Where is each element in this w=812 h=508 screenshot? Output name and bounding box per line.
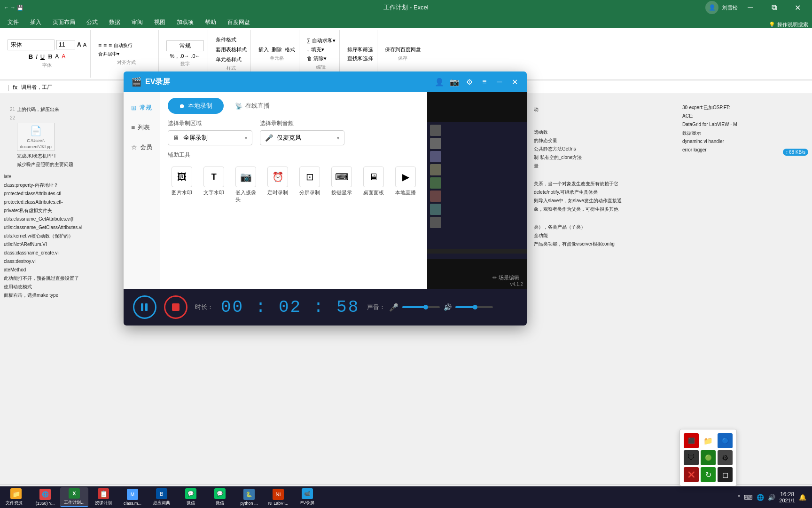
cell-text[interactable]: DataGrid for LabVIEW - M xyxy=(682,121,737,128)
taskbar-item-labview[interactable]: NI NI LabVI... xyxy=(264,487,292,507)
ev-scene-edit-button[interactable]: ✏ 场景编辑 xyxy=(492,274,519,281)
tray-icon-3[interactable]: 🔵 xyxy=(718,433,733,448)
ev-aux-watermark-text[interactable]: T 文字水印 xyxy=(200,163,228,207)
ev-settings-icon[interactable]: ⚙ xyxy=(465,77,474,87)
tray-clock[interactable]: 16:28 2021/1 xyxy=(779,491,795,503)
cell-text[interactable]: 制 私有空的_clone方法 xyxy=(534,154,582,161)
cell-text[interactable]: 完成JKI状态机PPT xyxy=(17,152,56,159)
ev-audio-slider[interactable] xyxy=(402,306,440,308)
ribbon-tab-layout[interactable]: 页面布局 xyxy=(47,16,81,28)
clear-button[interactable]: 🗑 清除▾ xyxy=(307,55,336,62)
wrap-text-button[interactable]: 自动换行 xyxy=(114,42,133,49)
delete-cells-button[interactable]: 删除 xyxy=(272,46,282,53)
ev-close-button[interactable]: ✕ xyxy=(510,77,519,87)
increase-decimal-button[interactable]: .0→ xyxy=(180,53,189,59)
cell-styles-button[interactable]: 单元格样式 xyxy=(216,56,247,63)
cell-text[interactable]: ateMethod xyxy=(4,266,26,273)
cell-text[interactable]: 类），各类产品（子类） xyxy=(534,223,586,230)
ev-minimize-button[interactable]: ─ xyxy=(495,77,504,87)
cell-text[interactable]: 此功能打不开，预备跳过直接设置了 xyxy=(4,275,79,282)
taskbar-item-browser[interactable]: 🌐 (1358) Y... xyxy=(31,487,59,507)
autosum-button[interactable]: ∑ 自动求和▾ xyxy=(307,37,336,44)
cell-text[interactable]: utils:kernel.vi核心函数（保护的） xyxy=(4,232,73,239)
taskbar-item-ev[interactable]: 📹 EV录屏 xyxy=(293,487,321,507)
fill-button[interactable]: ↓ 填充▾ xyxy=(307,46,336,53)
tray-expand-button[interactable]: ^ xyxy=(738,494,741,500)
cell-text[interactable]: 公共静态方法GetIns xyxy=(534,145,576,152)
search-label[interactable]: 操作说明搜索 xyxy=(777,21,808,28)
cell-text[interactable]: class:property-内存地址？ xyxy=(4,182,58,189)
tray-icon-4[interactable]: 🛡 xyxy=(684,450,699,465)
cell-text[interactable]: protected:classAttributes.ctl- xyxy=(4,198,63,206)
cell-text[interactable]: utils:NotARefNum.VI xyxy=(4,241,47,248)
cell-text[interactable]: 的静态变量 xyxy=(534,137,557,144)
cell-text[interactable]: 数据显示 xyxy=(682,129,701,136)
taskbar-item-excel[interactable]: X 工作计划... xyxy=(60,487,88,507)
sort-filter-button[interactable]: 排序和筛选 xyxy=(347,46,373,53)
conditional-format-button[interactable]: 条件格式 xyxy=(216,36,247,43)
merge-center-button[interactable]: 合并居中▾ xyxy=(98,51,119,57)
comma-button[interactable]: , xyxy=(176,53,178,59)
cell-text[interactable]: 30-expert:已加OSP.FT: xyxy=(682,104,730,111)
font-grow-button[interactable]: A xyxy=(77,41,81,48)
ev-record-area-select[interactable]: 🖥 全屏录制 ▾ xyxy=(168,130,252,145)
tray-notification-icon[interactable]: 🔔 xyxy=(799,494,806,501)
ev-aux-local-live[interactable]: ▶ 本地直播 xyxy=(391,163,420,207)
tray-icon-6[interactable]: ⚙ xyxy=(718,450,733,465)
cell-text[interactable]: 量 xyxy=(534,162,539,169)
ribbon-tab-view[interactable]: 视图 xyxy=(148,16,171,28)
ev-sidebar-item-list[interactable]: ≡ 列表 xyxy=(127,119,156,135)
cell-text[interactable]: utils:classname_GetAttributes.vi(f xyxy=(4,215,73,222)
cell-text[interactable]: private:私有虚拟文件夹 xyxy=(4,207,52,214)
cell-text[interactable]: 象，观察者类作为父类，可衍生很多其他 xyxy=(534,206,618,213)
percent-button[interactable]: % xyxy=(170,53,174,59)
ev-aux-desktop-panel[interactable]: 🖥 桌面面板 xyxy=(359,163,388,207)
tray-icon-8[interactable]: ↻ xyxy=(701,467,716,482)
ribbon-tab-baidu[interactable]: 百度网盘 xyxy=(222,16,256,28)
cell-text[interactable]: delete/notify.可继承产生具体类 xyxy=(534,189,598,196)
ev-tab-live[interactable]: 📡 在线直播 xyxy=(224,98,281,114)
cell-text[interactable]: 则导入slave中，如slave发生的动作直接通 xyxy=(534,197,622,204)
fill-color-button[interactable]: A xyxy=(55,53,59,60)
ribbon-tab-file[interactable]: 文件 xyxy=(2,16,24,28)
tray-volume-icon[interactable]: 🔊 xyxy=(768,494,775,501)
cell-text[interactable]: class:destroy.vi xyxy=(4,258,36,265)
ev-menu-icon[interactable]: ≡ xyxy=(480,77,489,87)
tray-network-icon[interactable]: 🌐 xyxy=(757,494,764,501)
speaker-icon[interactable]: 🔊 xyxy=(444,303,452,311)
ev-stop-button[interactable] xyxy=(164,295,187,319)
cell-text[interactable]: 全功能 xyxy=(534,232,548,239)
cell-text[interactable]: ACE: xyxy=(682,112,693,119)
cell-text[interactable]: error logger xyxy=(682,146,707,153)
font-color-button[interactable]: A xyxy=(62,53,65,60)
cell-text[interactable]: 减少噪声是照明的主要问题 xyxy=(17,161,73,168)
cell-text[interactable]: 面板右击，选择make type xyxy=(4,292,58,299)
decrease-decimal-button[interactable]: .0← xyxy=(191,53,200,59)
cell-text[interactable]: 使用动态模式 xyxy=(4,283,32,290)
ev-sidebar-item-member[interactable]: ☆ 会员 xyxy=(127,139,156,155)
ev-sidebar-item-normal[interactable]: ⊞ 常规 xyxy=(127,100,156,116)
ev-aux-timer[interactable]: ⏰ 定时录制 xyxy=(264,163,292,207)
ribbon-tab-help[interactable]: 帮助 xyxy=(199,16,222,28)
ev-screenshot-icon[interactable]: 📷 xyxy=(450,77,459,87)
tray-icon-9[interactable]: ◻ xyxy=(718,467,733,482)
ribbon-tab-data[interactable]: 数据 xyxy=(103,16,126,28)
cell-text[interactable]: 动 xyxy=(534,106,539,113)
ribbon-tab-formula[interactable]: 公式 xyxy=(81,16,103,28)
close-button[interactable]: ✕ xyxy=(787,0,808,15)
cell-text[interactable]: utils:classname_GetClassAttributes.vi xyxy=(4,224,82,231)
cell-text[interactable]: 上的代码，解压出来 xyxy=(17,106,59,113)
formula-content[interactable]: 调用者，工厂 xyxy=(21,84,52,91)
align-center-button[interactable]: ≡ xyxy=(103,42,107,49)
bold-button[interactable]: B xyxy=(29,53,33,60)
font-shrink-button[interactable]: A xyxy=(83,42,86,48)
cell-text[interactable]: protected:classAttributes.ctl- xyxy=(4,190,63,197)
taskbar-item-python[interactable]: 🐍 python ... xyxy=(235,487,263,507)
ev-volume-slider[interactable] xyxy=(455,306,493,308)
tray-icon-7[interactable]: ❌ xyxy=(684,467,699,482)
find-select-button[interactable]: 查找和选择 xyxy=(347,55,373,62)
format-cells-button[interactable]: 格式 xyxy=(285,46,295,53)
align-right-button[interactable]: ≡ xyxy=(109,42,112,49)
cell-text[interactable]: 产品类功能，有点像viserver根据config xyxy=(534,240,615,247)
tray-icon-5[interactable]: 🟢 xyxy=(701,450,716,465)
